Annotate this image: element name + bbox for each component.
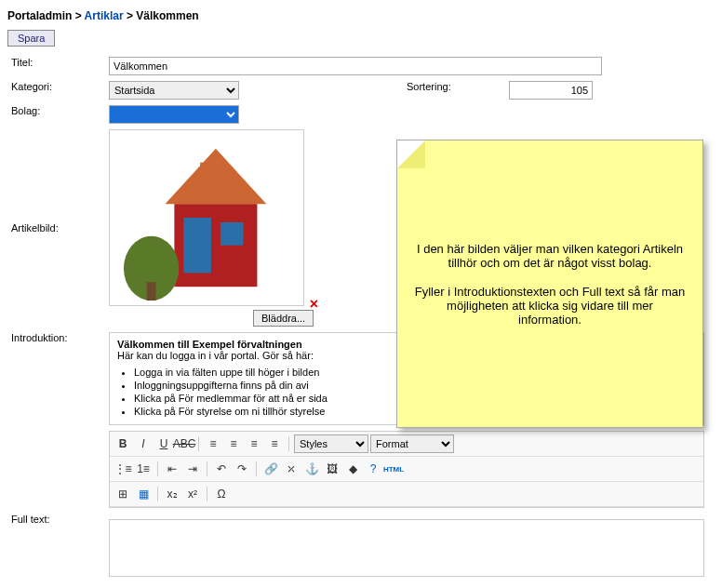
delete-image-icon[interactable]: × <box>310 296 318 313</box>
svg-rect-6 <box>147 282 156 301</box>
browse-button[interactable]: Bläddra... <box>253 310 314 327</box>
undo-icon[interactable]: ↶ <box>212 460 231 478</box>
kategori-select[interactable]: Startsida <box>109 81 239 100</box>
sticky-p1: I den här bilden väljer man vilken kateg… <box>414 242 686 270</box>
fulltext-editor[interactable] <box>109 519 704 577</box>
cell-props-icon[interactable]: ▦ <box>134 485 153 503</box>
cleanup-icon[interactable]: ◆ <box>343 460 362 478</box>
align-justify-icon[interactable]: ≡ <box>265 434 284 453</box>
label-bolag: Bolag: <box>7 102 105 127</box>
svg-marker-3 <box>165 149 266 204</box>
bold-icon[interactable]: B <box>114 434 132 453</box>
table-insert-icon[interactable]: ⊞ <box>114 485 132 503</box>
ordered-list-icon[interactable]: 1≡ <box>134 460 153 478</box>
label-sortering: Sortering: <box>403 78 505 102</box>
svg-rect-4 <box>200 163 211 191</box>
save-button[interactable]: Spara <box>7 30 55 47</box>
label-introduktion: Introduktion: <box>7 329 105 511</box>
unlink-icon[interactable]: ⤫ <box>282 460 301 478</box>
label-fulltext: Full text: <box>7 511 105 580</box>
redo-icon[interactable]: ↷ <box>233 460 251 478</box>
breadcrumb-link-artiklar[interactable]: Artiklar <box>85 9 124 22</box>
label-artikelbild: Artikelbild: <box>7 127 105 329</box>
help-icon[interactable]: ? <box>364 460 382 478</box>
sticky-note: I den här bilden väljer man vilken kateg… <box>396 140 703 428</box>
rich-text-editor: B I U ABC ≡ ≡ ≡ ≡ Styles Format ⋮≡ 1≡ <box>109 431 704 508</box>
strikethrough-icon[interactable]: ABC <box>175 434 194 453</box>
indent-icon[interactable]: ⇥ <box>183 460 202 478</box>
intro-heading: Välkommen till Exempel förvaltningen <box>117 339 302 350</box>
align-right-icon[interactable]: ≡ <box>245 434 263 453</box>
image-icon[interactable]: 🖼 <box>323 460 341 478</box>
artikelbild-preview: × <box>109 129 304 306</box>
special-char-icon[interactable]: Ω <box>212 485 231 503</box>
svg-rect-1 <box>183 218 211 273</box>
format-select[interactable]: Format <box>370 434 454 453</box>
breadcrumb-root: Portaladmin <box>7 9 72 22</box>
sortering-input[interactable] <box>509 81 593 100</box>
styles-select[interactable]: Styles <box>294 434 368 453</box>
anchor-icon[interactable]: ⚓ <box>302 460 321 478</box>
unordered-list-icon[interactable]: ⋮≡ <box>114 460 132 478</box>
italic-icon[interactable]: I <box>134 434 153 453</box>
superscript-icon[interactable]: x² <box>183 485 202 503</box>
label-titel: Titel: <box>7 54 105 78</box>
intro-sub: Här kan du logga in i vår portal. Gör så… <box>117 350 314 361</box>
titel-input[interactable] <box>109 57 602 75</box>
breadcrumb: Portaladmin > Artiklar > Välkommen <box>7 7 715 30</box>
underline-icon[interactable]: U <box>154 434 173 453</box>
align-left-icon[interactable]: ≡ <box>204 434 222 453</box>
align-center-icon[interactable]: ≡ <box>224 434 243 453</box>
sticky-p2: Fyller i Introduktionstexten och Full te… <box>414 285 686 327</box>
html-source-icon[interactable]: HTML <box>384 460 403 478</box>
label-kategori: Kategori: <box>7 78 105 102</box>
outdent-icon[interactable]: ⇤ <box>163 460 181 478</box>
bolag-select[interactable] <box>109 105 239 124</box>
svg-rect-2 <box>221 222 244 246</box>
breadcrumb-leaf: Välkommen <box>136 9 198 22</box>
link-icon[interactable]: 🔗 <box>261 460 280 478</box>
subscript-icon[interactable]: x₂ <box>163 485 181 503</box>
house-illustration <box>110 130 303 305</box>
